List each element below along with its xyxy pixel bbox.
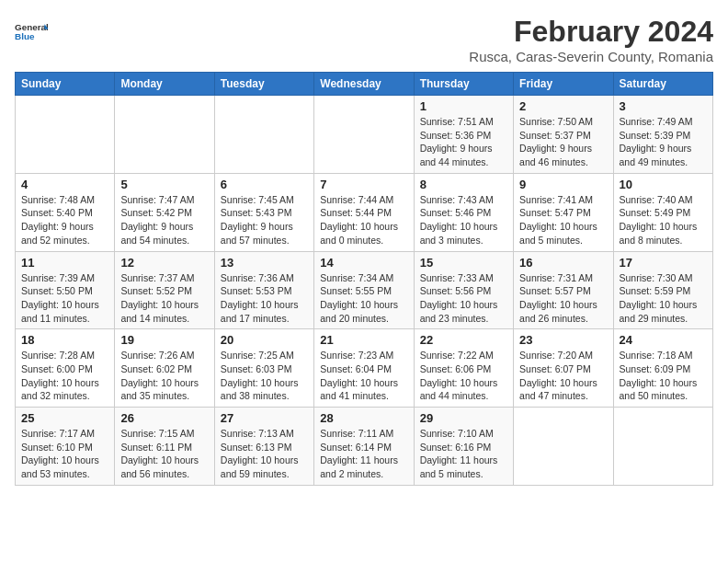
calendar-week-row: 18 Sunrise: 7:28 AMSunset: 6:00 PMDaylig… bbox=[16, 329, 713, 408]
calendar-cell: 13 Sunrise: 7:36 AMSunset: 5:53 PMDaylig… bbox=[214, 251, 313, 329]
calendar-cell: 8 Sunrise: 7:43 AMSunset: 5:46 PMDayligh… bbox=[414, 173, 513, 251]
day-info: Sunrise: 7:37 AMSunset: 5:52 PMDaylight:… bbox=[120, 272, 199, 324]
calendar-cell bbox=[115, 96, 214, 174]
day-info: Sunrise: 7:10 AMSunset: 6:16 PMDaylight:… bbox=[420, 428, 498, 479]
calendar-cell: 22 Sunrise: 7:22 AMSunset: 6:06 PMDaylig… bbox=[414, 329, 513, 408]
day-number: 12 bbox=[120, 256, 208, 270]
calendar-day-header: Sunday bbox=[16, 73, 115, 96]
page-header: General Blue February 2024 Rusca, Caras-… bbox=[15, 15, 713, 64]
calendar-cell: 5 Sunrise: 7:47 AMSunset: 5:42 PMDayligh… bbox=[115, 173, 214, 251]
calendar-cell: 3 Sunrise: 7:49 AMSunset: 5:39 PMDayligh… bbox=[613, 96, 712, 174]
calendar-cell: 12 Sunrise: 7:37 AMSunset: 5:52 PMDaylig… bbox=[115, 251, 214, 329]
calendar-cell: 25 Sunrise: 7:17 AMSunset: 6:10 PMDaylig… bbox=[16, 408, 115, 486]
calendar-cell: 28 Sunrise: 7:11 AMSunset: 6:14 PMDaylig… bbox=[314, 408, 414, 486]
day-number: 7 bbox=[320, 178, 407, 191]
calendar-table: SundayMondayTuesdayWednesdayThursdayFrid… bbox=[15, 72, 713, 486]
calendar-cell: 17 Sunrise: 7:30 AMSunset: 5:59 PMDaylig… bbox=[613, 251, 712, 329]
day-info: Sunrise: 7:23 AMSunset: 6:04 PMDaylight:… bbox=[320, 350, 398, 401]
day-number: 29 bbox=[420, 411, 507, 425]
day-info: Sunrise: 7:50 AMSunset: 5:37 PMDaylight:… bbox=[519, 116, 593, 167]
day-info: Sunrise: 7:34 AMSunset: 5:55 PMDaylight:… bbox=[320, 272, 398, 324]
calendar-cell: 15 Sunrise: 7:33 AMSunset: 5:56 PMDaylig… bbox=[414, 251, 513, 329]
day-info: Sunrise: 7:49 AMSunset: 5:39 PMDaylight:… bbox=[620, 116, 693, 167]
day-info: Sunrise: 7:43 AMSunset: 5:46 PMDaylight:… bbox=[420, 194, 498, 246]
day-info: Sunrise: 7:47 AMSunset: 5:42 PMDaylight:… bbox=[120, 194, 194, 246]
calendar-week-row: 11 Sunrise: 7:39 AMSunset: 5:50 PMDaylig… bbox=[16, 251, 713, 329]
day-number: 13 bbox=[221, 256, 308, 270]
day-number: 26 bbox=[120, 411, 208, 425]
day-number: 16 bbox=[519, 256, 607, 270]
day-number: 14 bbox=[320, 256, 407, 270]
day-number: 24 bbox=[620, 333, 707, 347]
day-info: Sunrise: 7:51 AMSunset: 5:36 PMDaylight:… bbox=[420, 116, 494, 167]
calendar-cell bbox=[214, 96, 313, 174]
day-info: Sunrise: 7:26 AMSunset: 6:02 PMDaylight:… bbox=[120, 350, 199, 401]
calendar-week-row: 25 Sunrise: 7:17 AMSunset: 6:10 PMDaylig… bbox=[16, 408, 713, 486]
logo: General Blue bbox=[15, 15, 48, 48]
calendar-day-header: Saturday bbox=[613, 73, 712, 96]
calendar-cell: 7 Sunrise: 7:44 AMSunset: 5:44 PMDayligh… bbox=[314, 173, 414, 251]
calendar-cell: 16 Sunrise: 7:31 AMSunset: 5:57 PMDaylig… bbox=[514, 251, 613, 329]
title-section: February 2024 Rusca, Caras-Severin Count… bbox=[469, 15, 713, 64]
day-info: Sunrise: 7:18 AMSunset: 6:09 PMDaylight:… bbox=[620, 350, 698, 401]
calendar-cell: 9 Sunrise: 7:41 AMSunset: 5:47 PMDayligh… bbox=[514, 173, 613, 251]
logo-svg: General Blue bbox=[15, 15, 48, 48]
calendar-cell: 26 Sunrise: 7:15 AMSunset: 6:11 PMDaylig… bbox=[115, 408, 214, 486]
day-number: 15 bbox=[420, 256, 507, 270]
calendar-cell: 6 Sunrise: 7:45 AMSunset: 5:43 PMDayligh… bbox=[214, 173, 313, 251]
day-info: Sunrise: 7:17 AMSunset: 6:10 PMDaylight:… bbox=[21, 428, 99, 479]
day-number: 9 bbox=[519, 178, 607, 191]
day-info: Sunrise: 7:36 AMSunset: 5:53 PMDaylight:… bbox=[221, 272, 299, 324]
day-info: Sunrise: 7:25 AMSunset: 6:03 PMDaylight:… bbox=[221, 350, 299, 401]
calendar-cell: 21 Sunrise: 7:23 AMSunset: 6:04 PMDaylig… bbox=[314, 329, 414, 408]
day-info: Sunrise: 7:13 AMSunset: 6:13 PMDaylight:… bbox=[221, 428, 299, 479]
day-info: Sunrise: 7:28 AMSunset: 6:00 PMDaylight:… bbox=[21, 350, 99, 401]
calendar-cell bbox=[314, 96, 414, 174]
calendar-day-header: Thursday bbox=[414, 73, 513, 96]
day-info: Sunrise: 7:45 AMSunset: 5:43 PMDaylight:… bbox=[221, 194, 294, 246]
month-title: February 2024 bbox=[469, 15, 713, 49]
day-info: Sunrise: 7:31 AMSunset: 5:57 PMDaylight:… bbox=[519, 272, 597, 324]
day-info: Sunrise: 7:20 AMSunset: 6:07 PMDaylight:… bbox=[519, 350, 597, 401]
day-info: Sunrise: 7:11 AMSunset: 6:14 PMDaylight:… bbox=[320, 428, 398, 479]
day-number: 10 bbox=[620, 178, 707, 191]
svg-text:General: General bbox=[15, 22, 48, 32]
calendar-cell: 23 Sunrise: 7:20 AMSunset: 6:07 PMDaylig… bbox=[514, 329, 613, 408]
day-info: Sunrise: 7:41 AMSunset: 5:47 PMDaylight:… bbox=[519, 194, 597, 246]
day-number: 20 bbox=[221, 333, 308, 347]
day-info: Sunrise: 7:39 AMSunset: 5:50 PMDaylight:… bbox=[21, 272, 99, 324]
calendar-cell: 19 Sunrise: 7:26 AMSunset: 6:02 PMDaylig… bbox=[115, 329, 214, 408]
day-number: 11 bbox=[21, 256, 108, 270]
calendar-cell: 4 Sunrise: 7:48 AMSunset: 5:40 PMDayligh… bbox=[16, 173, 115, 251]
day-info: Sunrise: 7:40 AMSunset: 5:49 PMDaylight:… bbox=[620, 194, 698, 246]
day-info: Sunrise: 7:33 AMSunset: 5:56 PMDaylight:… bbox=[420, 272, 498, 324]
day-number: 3 bbox=[620, 99, 707, 113]
svg-text:Blue: Blue bbox=[15, 31, 35, 41]
day-number: 28 bbox=[320, 411, 407, 425]
calendar-cell: 20 Sunrise: 7:25 AMSunset: 6:03 PMDaylig… bbox=[214, 329, 313, 408]
calendar-day-header: Friday bbox=[514, 73, 613, 96]
day-number: 17 bbox=[620, 256, 707, 270]
day-info: Sunrise: 7:30 AMSunset: 5:59 PMDaylight:… bbox=[620, 272, 698, 324]
calendar-day-header: Tuesday bbox=[214, 73, 313, 96]
day-number: 1 bbox=[420, 99, 507, 113]
calendar-cell: 10 Sunrise: 7:40 AMSunset: 5:49 PMDaylig… bbox=[613, 173, 712, 251]
calendar-header-row: SundayMondayTuesdayWednesdayThursdayFrid… bbox=[16, 73, 713, 96]
calendar-week-row: 1 Sunrise: 7:51 AMSunset: 5:36 PMDayligh… bbox=[16, 96, 713, 174]
calendar-cell bbox=[16, 96, 115, 174]
day-info: Sunrise: 7:48 AMSunset: 5:40 PMDaylight:… bbox=[21, 194, 95, 246]
calendar-cell bbox=[613, 408, 712, 486]
day-number: 27 bbox=[221, 411, 308, 425]
location-title: Rusca, Caras-Severin County, Romania bbox=[469, 49, 713, 64]
calendar-cell: 14 Sunrise: 7:34 AMSunset: 5:55 PMDaylig… bbox=[314, 251, 414, 329]
day-number: 8 bbox=[420, 178, 507, 191]
day-info: Sunrise: 7:22 AMSunset: 6:06 PMDaylight:… bbox=[420, 350, 498, 401]
day-number: 6 bbox=[221, 178, 308, 191]
calendar-cell: 27 Sunrise: 7:13 AMSunset: 6:13 PMDaylig… bbox=[214, 408, 313, 486]
day-number: 18 bbox=[21, 333, 108, 347]
day-number: 22 bbox=[420, 333, 507, 347]
calendar-day-header: Monday bbox=[115, 73, 214, 96]
calendar-week-row: 4 Sunrise: 7:48 AMSunset: 5:40 PMDayligh… bbox=[16, 173, 713, 251]
calendar-cell: 24 Sunrise: 7:18 AMSunset: 6:09 PMDaylig… bbox=[613, 329, 712, 408]
calendar-cell: 2 Sunrise: 7:50 AMSunset: 5:37 PMDayligh… bbox=[514, 96, 613, 174]
